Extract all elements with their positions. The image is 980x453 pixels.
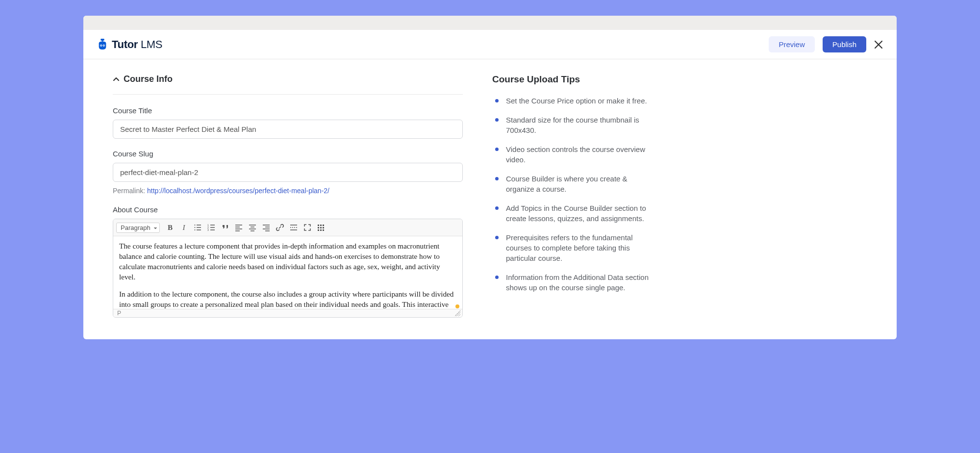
brand-logo-text: Tutor LMS [112,38,162,51]
section-title: Course Info [124,74,173,84]
course-title-field: Course Title [113,106,463,139]
blockquote-button[interactable] [219,221,231,234]
toolbar-toggle-button[interactable] [315,221,327,234]
svg-rect-42 [320,229,322,231]
sidebar-tips: Course Upload Tips Set the Course Price … [492,74,654,339]
close-icon[interactable] [874,40,883,49]
svg-rect-39 [320,227,322,228]
svg-rect-38 [318,227,319,228]
permalink-label: Permalink: [113,187,147,195]
about-course-field: About Course Paragraph B I 123 [113,205,463,318]
body-area: Course Info Course Title Course Slug Per… [83,59,897,339]
publish-button[interactable]: Publish [823,36,866,52]
block-format-select[interactable]: Paragraph [116,223,160,233]
list-item: Video section controls the course overvi… [492,144,654,165]
list-item: Standard size for the course thumbnail i… [492,115,654,135]
permalink-link[interactable]: http://localhost./wordpress/courses/perf… [147,187,329,195]
numbered-list-button[interactable]: 123 [205,221,218,234]
svg-rect-43 [323,229,324,231]
brand-logo: Tutor LMS [97,38,162,51]
svg-point-8 [195,225,196,226]
svg-rect-40 [323,227,324,228]
svg-rect-41 [318,229,319,231]
course-title-input[interactable] [113,120,463,139]
align-center-button[interactable] [246,221,259,234]
svg-text:3: 3 [207,228,209,231]
list-item: Prerequisites refers to the fundamental … [492,232,654,263]
brand-logo-icon [97,39,108,50]
editor-toolbar: Paragraph B I 123 [113,219,462,236]
link-button[interactable] [274,221,286,234]
tips-list: Set the Course Price option or make it f… [492,96,654,293]
list-item: Course Builder is where you create & org… [492,174,654,194]
editor-paragraph: The course features a lecture component … [119,241,456,282]
resize-handle-icon[interactable] [454,310,460,316]
editor-paragraph: In addition to the lecture component, th… [119,289,456,309]
read-more-button[interactable] [287,221,300,234]
section-header[interactable]: Course Info [113,74,463,95]
main-column: Course Info Course Title Course Slug Per… [113,74,463,339]
course-slug-field: Course Slug Permalink: http://localhost.… [113,150,463,195]
svg-rect-1 [102,40,103,41]
bulleted-list-button[interactable] [191,221,204,234]
align-right-button[interactable] [260,221,273,234]
list-item: Information from the Additional Data sec… [492,272,654,293]
svg-point-12 [195,229,196,230]
bold-button[interactable]: B [164,221,176,234]
rich-text-editor: Paragraph B I 123 [113,219,463,318]
list-item: Add Topics in the Course Builder section… [492,203,654,224]
header-actions: Preview Publish [769,36,883,52]
preview-button[interactable]: Preview [769,36,814,52]
course-title-label: Course Title [113,106,463,115]
svg-rect-36 [320,225,322,226]
svg-rect-35 [318,225,319,226]
svg-rect-37 [323,225,324,226]
autosave-indicator-icon [455,304,459,308]
tips-title: Course Upload Tips [492,74,654,85]
permalink-row: Permalink: http://localhost./wordpress/c… [113,187,463,195]
svg-point-4 [101,45,101,46]
window-chrome-bar [83,16,897,30]
fullscreen-button[interactable] [301,221,314,234]
about-course-label: About Course [113,205,463,214]
italic-button[interactable]: I [177,221,190,234]
course-slug-label: Course Slug [113,150,463,158]
header-bar: Tutor LMS Preview Publish [83,30,897,59]
svg-point-10 [195,227,196,228]
editor-content[interactable]: The course features a lecture component … [113,236,462,309]
list-item: Set the Course Price option or make it f… [492,96,654,106]
course-slug-input[interactable] [113,163,463,182]
editor-status-bar: P [113,309,462,317]
chevron-up-icon [113,76,120,83]
editor-element-path: P [117,310,121,317]
app-shell: Tutor LMS Preview Publish Course Info [83,16,897,339]
align-left-button[interactable] [232,221,245,234]
svg-point-5 [103,45,104,46]
